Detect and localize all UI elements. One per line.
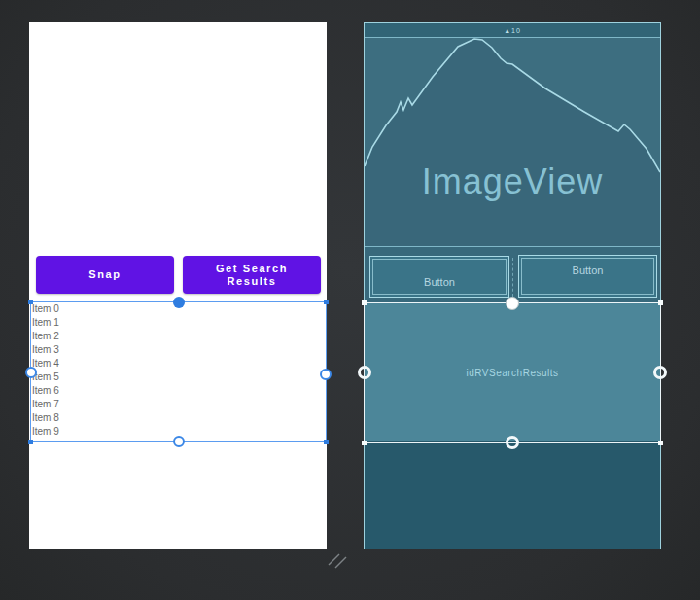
get-search-results-label: Get Search Results — [192, 263, 311, 288]
constraint-handle-top[interactable] — [506, 297, 519, 310]
button-widget-2-label: Button — [573, 265, 604, 276]
selection-corner[interactable] — [28, 440, 33, 444]
selection-corner[interactable] — [362, 441, 367, 445]
status-indicator: ▲10 — [504, 27, 521, 34]
constraint-handle-left[interactable] — [25, 367, 37, 378]
selection-corner[interactable] — [362, 300, 367, 305]
button-widget-2[interactable]: Button — [518, 255, 657, 298]
margin-guide-line — [512, 258, 513, 297]
get-search-results-button[interactable]: Get Search Results — [183, 256, 321, 294]
selection-corner[interactable] — [658, 441, 663, 445]
snap-button[interactable]: Snap — [36, 256, 174, 294]
constraint-handle-bottom[interactable] — [173, 436, 185, 447]
constraint-handle-right[interactable] — [653, 366, 667, 379]
imageview-placeholder-mountain-icon — [365, 38, 660, 246]
constraint-handle-top[interactable] — [173, 297, 185, 308]
constraint-handle-bottom[interactable] — [506, 436, 519, 449]
bottom-view-widget[interactable] — [365, 441, 660, 549]
blueprint-status-bar: ▲10 — [365, 23, 660, 38]
design-surface[interactable]: Snap Get Search Results Item 0 Item 1 It… — [29, 22, 327, 549]
selection-corner[interactable] — [324, 440, 329, 444]
snap-button-label: Snap — [88, 268, 121, 281]
selection-corner[interactable] — [28, 300, 33, 304]
selection-box-design[interactable] — [30, 301, 327, 442]
selection-corner[interactable] — [324, 300, 329, 304]
imageview-widget[interactable]: ImageView — [365, 161, 660, 202]
constraint-handle-right[interactable] — [320, 369, 332, 380]
constraint-handle-left[interactable] — [358, 366, 371, 379]
button-widget-1-label: Button — [424, 276, 455, 288]
selection-corner[interactable] — [658, 300, 663, 305]
resize-handle-icon[interactable] — [327, 550, 348, 570]
blueprint-surface[interactable]: ▲10 ImageView Button Button idRVSearchRe… — [364, 22, 661, 549]
button-widget-1[interactable]: Button — [369, 256, 509, 298]
selection-box-blueprint[interactable] — [364, 302, 661, 443]
